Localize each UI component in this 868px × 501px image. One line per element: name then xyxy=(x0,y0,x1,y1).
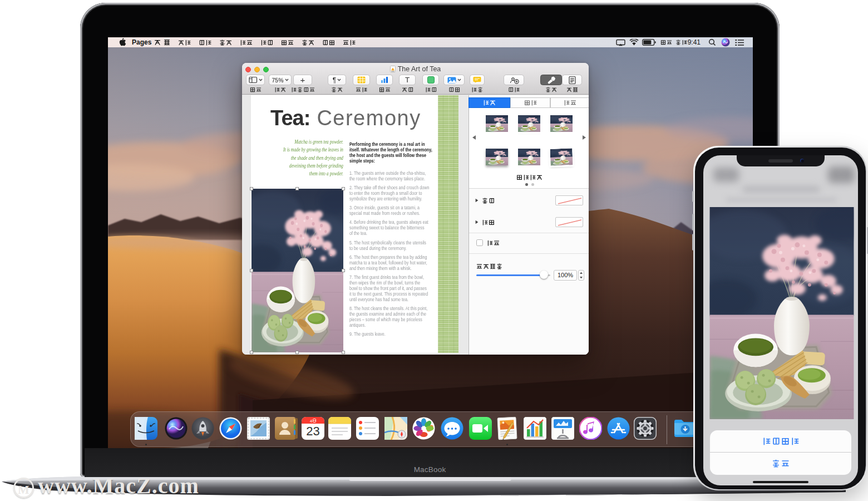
svg-text:4: 4 xyxy=(310,419,312,424)
svg-text:23: 23 xyxy=(306,424,319,438)
